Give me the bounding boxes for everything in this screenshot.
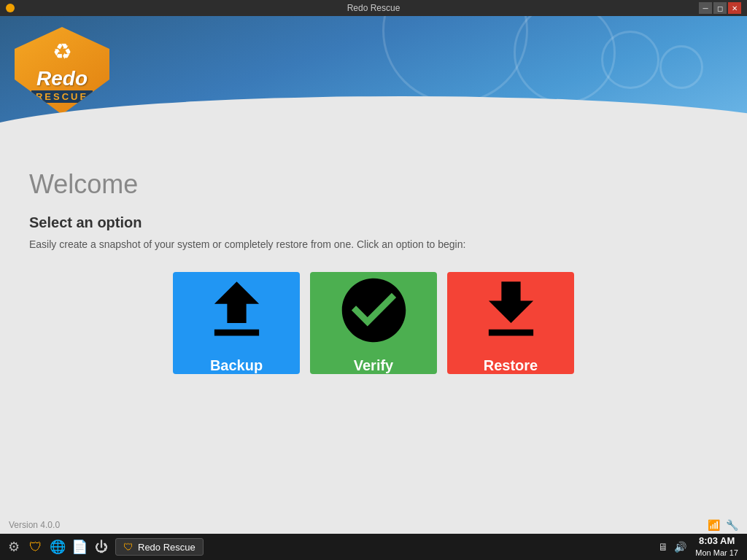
backup-icon: [198, 272, 275, 349]
header-banner: ♻ Redo RESCUE: [0, 16, 747, 133]
logo-shield: ♻ Redo RESCUE: [15, 27, 109, 114]
restore-button[interactable]: Restore: [447, 272, 574, 374]
verify-button[interactable]: Verify: [310, 272, 437, 374]
action-buttons-row: Backup Verify Restore: [29, 272, 718, 374]
minimize-button[interactable]: ─: [699, 2, 712, 14]
taskbar-globe-icon[interactable]: 🌐: [50, 539, 66, 555]
description-text: Easily create a snapshot of your system …: [29, 238, 718, 250]
taskbar-app-button[interactable]: 🛡 Redo Rescue: [115, 538, 204, 556]
deco-circle-3: [601, 31, 659, 89]
settings-status-icon[interactable]: 🔧: [726, 519, 738, 531]
clock-area[interactable]: 8:03 AM Mon Mar 17: [692, 535, 741, 558]
taskbar-volume-icon[interactable]: 🔊: [674, 541, 686, 553]
restore-icon: [473, 272, 549, 349]
backup-button[interactable]: Backup: [173, 272, 300, 374]
main-content: Welcome Select an option Easily create a…: [0, 147, 747, 519]
select-option-heading: Select an option: [29, 214, 718, 231]
close-button[interactable]: ✕: [728, 2, 741, 14]
statusbar-right: 📶 🔧: [708, 519, 738, 531]
taskbar-settings-icon[interactable]: ⚙: [6, 539, 22, 555]
titlebar-left: [6, 4, 15, 12]
deco-circle-2: [514, 16, 616, 104]
titlebar-app-icon: [6, 4, 15, 12]
logo-badge: ♻ Redo RESCUE: [15, 27, 109, 114]
logo-redo-text: Redo: [36, 69, 88, 89]
clock-time: 8:03 AM: [699, 535, 735, 548]
taskbar-display-icon[interactable]: 🖥: [658, 541, 668, 553]
maximize-button[interactable]: ◻: [713, 2, 727, 14]
deco-circle-4: [659, 45, 703, 89]
taskbar-app-label: Redo Rescue: [138, 542, 196, 553]
taskbar: ⚙ 🛡 🌐 📄 ⏻ 🛡 Redo Rescue 🖥 🔊 8:03 AM Mon …: [0, 534, 747, 560]
titlebar-controls: ─ ◻ ✕: [699, 2, 741, 14]
taskbar-left: ⚙ 🛡 🌐 📄 ⏻ 🛡 Redo Rescue: [6, 538, 204, 556]
taskbar-app-icon: 🛡: [123, 541, 133, 553]
taskbar-power-icon[interactable]: ⏻: [93, 539, 109, 555]
version-label: Version 4.0.0: [9, 520, 60, 530]
network-status-icon[interactable]: 📶: [708, 519, 720, 531]
clock-date: Mon Mar 17: [695, 548, 738, 558]
logo: ♻ Redo RESCUE: [15, 27, 109, 114]
welcome-heading: Welcome: [29, 169, 718, 200]
recycle-icon: ♻: [53, 39, 72, 64]
backup-button-label: Backup: [210, 357, 263, 374]
taskbar-files-icon[interactable]: 📄: [71, 539, 88, 555]
verify-button-label: Verify: [354, 357, 393, 374]
verify-icon: [336, 272, 412, 349]
taskbar-shield-icon[interactable]: 🛡: [28, 539, 44, 555]
status-bar: Version 4.0.0 📶 🔧: [0, 516, 747, 534]
header-curve: [0, 96, 747, 133]
titlebar: Redo Rescue ─ ◻ ✕: [0, 0, 747, 16]
logo-rescue-text: RESCUE: [31, 90, 93, 103]
restore-button-label: Restore: [484, 357, 538, 374]
taskbar-right: 🖥 🔊 8:03 AM Mon Mar 17: [658, 535, 741, 558]
window-title: Redo Rescue: [347, 3, 400, 13]
deco-circle-1: [382, 16, 528, 104]
